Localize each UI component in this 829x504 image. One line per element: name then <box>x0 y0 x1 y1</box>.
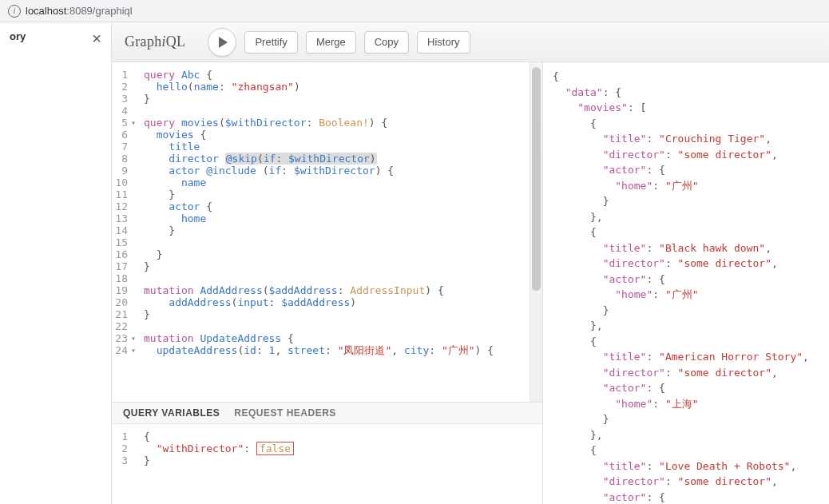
editor-left-pane: 12345▾67891011121314151617181920212223▾2… <box>112 62 543 504</box>
variables-section: QUERY VARIABLES REQUEST HEADERS 123 { "w… <box>112 402 542 504</box>
execute-button[interactable] <box>208 28 236 57</box>
scrollbar[interactable] <box>530 62 542 402</box>
history-title: ory <box>10 30 26 42</box>
prettify-button[interactable]: Prettify <box>244 31 297 54</box>
result-viewer[interactable]: { "data": { "movies": [ { "title": "Crou… <box>543 62 829 504</box>
graphiql-logo: GraphiQL <box>125 34 185 50</box>
tab-request-headers[interactable]: REQUEST HEADERS <box>234 407 336 419</box>
browser-address-bar: i localhost:8089/graphiql <box>0 0 829 22</box>
toolbar: GraphiQL Prettify Merge Copy History <box>112 22 829 62</box>
scrollbar-thumb[interactable] <box>532 67 541 291</box>
merge-button[interactable]: Merge <box>306 31 356 54</box>
play-icon <box>219 37 228 48</box>
tab-query-variables[interactable]: QUERY VARIABLES <box>123 407 220 419</box>
close-icon[interactable]: × <box>92 30 101 46</box>
history-button[interactable]: History <box>417 31 470 54</box>
code-lines[interactable]: query Abc { hello(name: "zhangsan") } qu… <box>134 62 494 363</box>
info-icon: i <box>8 5 21 18</box>
variables-editor[interactable]: 123 { "withDirector": false } <box>112 424 542 504</box>
copy-button[interactable]: Copy <box>364 31 409 54</box>
line-gutter: 12345▾67891011121314151617181920212223▾2… <box>112 62 134 363</box>
history-panel: ory × <box>0 22 112 504</box>
page-url[interactable]: localhost:8089/graphiql <box>26 5 133 17</box>
graphiql-app: GraphiQL Prettify Merge Copy History 123… <box>112 22 829 504</box>
query-editor[interactable]: 12345▾67891011121314151617181920212223▾2… <box>112 62 542 402</box>
